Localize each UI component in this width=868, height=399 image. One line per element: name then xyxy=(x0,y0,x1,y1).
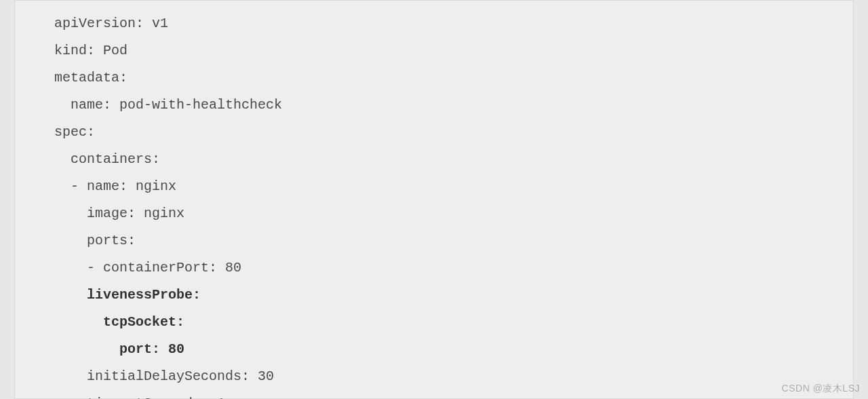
code-line: spec: xyxy=(54,119,853,146)
code-line: containers: xyxy=(54,146,853,173)
code-line: timeoutSeconds: 1 xyxy=(54,390,853,399)
code-line-bold: tcpSocket: xyxy=(54,309,853,336)
code-line-bold: livenessProbe: xyxy=(54,282,853,309)
code-line: apiVersion: v1 xyxy=(54,10,853,37)
code-line: image: nginx xyxy=(54,200,853,227)
code-block: apiVersion: v1 kind: Pod metadata: name:… xyxy=(14,0,854,399)
code-line: initialDelaySeconds: 30 xyxy=(54,363,853,390)
code-line-bold: port: 80 xyxy=(54,336,853,363)
code-line: - containerPort: 80 xyxy=(54,254,853,282)
code-line: name: pod-with-healthcheck xyxy=(54,92,853,119)
code-line: - name: nginx xyxy=(54,173,853,200)
code-line: kind: Pod xyxy=(54,37,853,64)
code-line: metadata: xyxy=(54,64,853,92)
code-line: ports: xyxy=(54,227,853,254)
